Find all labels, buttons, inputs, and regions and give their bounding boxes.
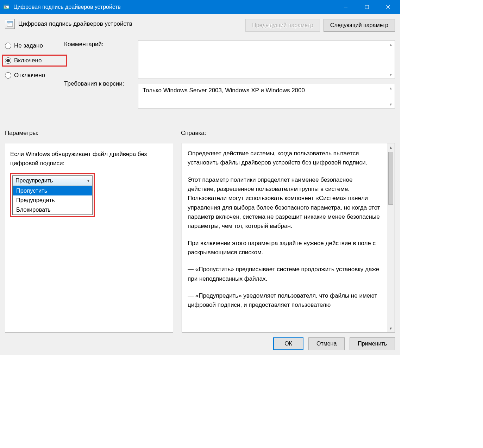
scroll-down-icon: ▼ — [387, 100, 395, 108]
scrollbar[interactable]: ▲ ▼ — [387, 143, 395, 332]
radio-label: Не задано — [14, 42, 43, 49]
prev-setting-button[interactable]: Предыдущий параметр — [245, 19, 320, 32]
comment-input[interactable]: ▲ ▼ — [138, 40, 395, 79]
help-text: Определяет действие системы, когда польз… — [182, 143, 387, 332]
dropdown-option[interactable]: Блокировать — [13, 205, 92, 214]
chevron-down-icon: ▼ — [87, 179, 90, 182]
page-title: Цифровая подпись драйверов устройств — [18, 19, 245, 27]
svg-rect-3 — [5, 7, 7, 8]
scroll-down-icon: ▼ — [387, 324, 395, 332]
help-paragraph: — «Пропустить» предписывает системе прод… — [188, 265, 381, 284]
next-setting-button[interactable]: Следующий параметр — [324, 19, 395, 32]
radio-label: Включено — [14, 57, 42, 64]
window-icon — [3, 4, 10, 11]
radio-not-configured[interactable]: Не задано — [5, 42, 64, 49]
help-paragraph: — «Предупредить» уведомляет пользователя… — [188, 291, 381, 310]
dropdown-option[interactable]: Пропустить — [13, 186, 92, 195]
svg-rect-1 — [4, 5, 9, 6]
svg-rect-10 — [8, 24, 10, 24]
help-paragraph: При включении этого параметра задайте ну… — [188, 239, 381, 257]
close-button[interactable] — [377, 0, 399, 14]
svg-rect-5 — [365, 5, 369, 9]
scrollbar[interactable]: ▲ ▼ — [387, 84, 395, 108]
window-controls — [335, 0, 399, 14]
titlebar-text: Цифровая подпись драйверов устройств — [13, 4, 335, 10]
requirements-text: Только Windows Server 2003, Windows XP и… — [143, 87, 305, 94]
action-dropdown: Пропустить Предупредить Блокировать — [12, 186, 93, 215]
highlighted-combo: Предупредить ▼ Пропустить Предупредить Б… — [10, 173, 95, 217]
help-panel: Определяет действие системы, когда польз… — [182, 143, 395, 332]
titlebar: Цифровая подпись драйверов устройств — [0, 0, 400, 14]
radio-enabled[interactable]: Включено — [2, 55, 67, 67]
help-paragraph: Этот параметр политики определяет наимен… — [188, 175, 381, 231]
scroll-up-icon: ▲ — [387, 84, 395, 92]
dropdown-option[interactable]: Предупредить — [13, 195, 92, 205]
minimize-button[interactable] — [335, 0, 356, 14]
svg-rect-9 — [7, 21, 13, 23]
maximize-button[interactable] — [356, 0, 377, 14]
scroll-down-icon: ▼ — [387, 71, 395, 79]
radio-label: Отключено — [14, 72, 45, 79]
svg-rect-2 — [5, 6, 6, 7]
radio-disabled[interactable]: Отключено — [5, 72, 64, 79]
params-panel: Если Windows обнаруживает файл драйвера … — [5, 143, 173, 332]
cancel-button[interactable]: Отмена — [308, 337, 345, 350]
scroll-track[interactable] — [387, 205, 395, 324]
scrollbar[interactable]: ▲ ▼ — [387, 41, 395, 79]
action-combobox[interactable]: Предупредить ▼ — [12, 175, 93, 186]
svg-rect-11 — [8, 25, 11, 25]
requirements-box: Только Windows Server 2003, Windows XP и… — [138, 84, 395, 108]
ok-button[interactable]: ОК — [273, 337, 303, 350]
scroll-thumb[interactable] — [388, 152, 393, 205]
requirements-label: Требования к версии: — [64, 80, 138, 87]
help-paragraph: Определяет действие системы, когда польз… — [188, 149, 381, 168]
combo-value: Предупредить — [15, 178, 53, 184]
help-section-label: Справка: — [181, 130, 206, 137]
comment-label: Комментарий: — [64, 41, 138, 48]
radio-icon — [5, 57, 11, 64]
apply-button[interactable]: Применить — [350, 337, 395, 350]
radio-icon — [5, 72, 11, 79]
scroll-up-icon: ▲ — [387, 41, 395, 48]
scroll-up-icon: ▲ — [387, 143, 395, 151]
radio-icon — [5, 43, 11, 49]
policy-icon — [5, 19, 15, 29]
params-section-label: Параметры: — [5, 130, 181, 137]
params-prompt: Если Windows обнаруживает файл драйвера … — [10, 150, 168, 168]
